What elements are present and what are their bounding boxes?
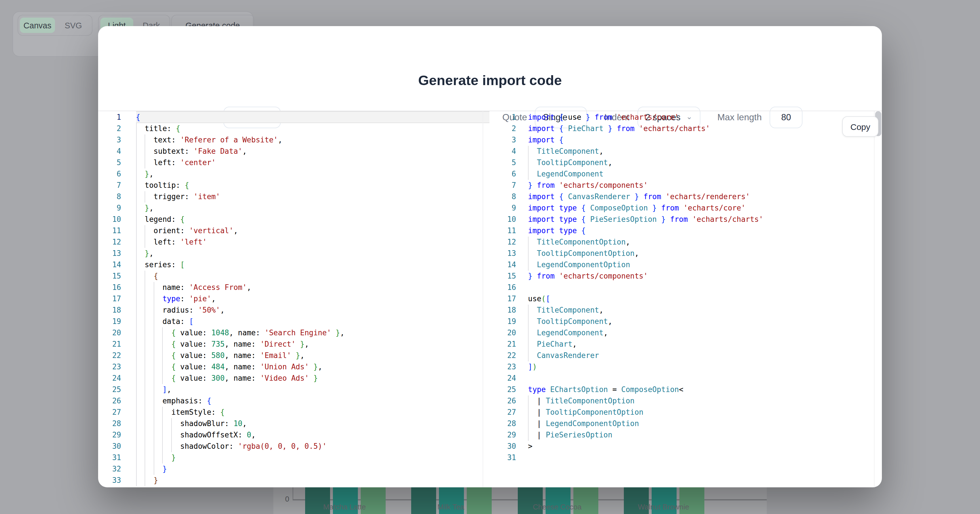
code-line: 17 type: 'pie', <box>98 293 490 305</box>
code-line: 10 legend: { <box>98 214 490 225</box>
code-line: 25type EChartsOption = ComposeOption< <box>503 384 873 395</box>
renderer-tab-group: Canvas SVG <box>17 15 92 36</box>
code-line: 18 radius: '50%', <box>98 305 490 316</box>
code-line: 7} from 'echarts/components' <box>503 180 873 191</box>
code-line: 13 TooltipComponentOption, <box>503 248 873 259</box>
tab-canvas[interactable]: Canvas <box>20 18 55 33</box>
option-code-editor[interactable]: 1{2 title: {3 text: 'Referer of a Websit… <box>98 112 490 487</box>
code-line: 27 | TooltipComponentOption <box>503 407 873 418</box>
code-line: 30> <box>503 441 873 452</box>
code-line: 4 subtext: 'Fake Data', <box>98 146 490 157</box>
code-line: 2 title: { <box>98 123 490 134</box>
code-line: 15 { <box>98 271 490 282</box>
code-line: 21 { value: 735, name: 'Direct' }, <box>98 339 490 350</box>
code-line: 33 } <box>98 475 490 486</box>
code-line: 17use([ <box>503 293 873 305</box>
code-line: 23 { value: 484, name: 'Union Ads' }, <box>98 361 490 373</box>
code-line: 13 }, <box>98 248 490 259</box>
code-line: 22 { value: 580, name: 'Email' }, <box>98 350 490 361</box>
x-axis-category-label: Matcha Latte <box>288 503 401 511</box>
tab-svg[interactable]: SVG <box>55 18 92 33</box>
code-line: 16 name: 'Access From', <box>98 282 490 293</box>
code-line: 10import type { PieSeriesOption } from '… <box>503 214 873 225</box>
code-line: 29 | PieSeriesOption <box>503 430 873 441</box>
x-axis-category-label: Milk Tea <box>394 503 508 511</box>
code-line: 3 text: 'Referer of a Website', <box>98 134 490 146</box>
code-line: 9import type { ComposeOption } from 'ech… <box>503 202 873 214</box>
code-line: 24 <box>503 373 873 384</box>
code-line: 8 trigger: 'item' <box>98 191 490 202</box>
import-code-editor[interactable]: 1import { use } from 'echarts/core'2impo… <box>503 112 873 487</box>
code-line: 5 left: 'center' <box>98 157 490 169</box>
code-line: 21 PieChart, <box>503 339 873 350</box>
code-line: 19 data: [ <box>98 316 490 327</box>
code-line: 20 { value: 1048, name: 'Search Engine' … <box>98 327 490 339</box>
code-line: 25 ], <box>98 384 490 395</box>
code-line: 26 emphasis: { <box>98 395 490 407</box>
code-line: 2import { PieChart } from 'echarts/chart… <box>503 123 873 134</box>
code-line: 19 TooltipComponent, <box>503 316 873 327</box>
x-axis-category-label: Cheese Cocoa <box>501 503 614 511</box>
code-line: 26 | TitleComponentOption <box>503 395 873 407</box>
screen: Canvas SVG Light Dark Generate code 0 Ma… <box>0 0 980 514</box>
code-line: 14 series: [ <box>98 259 490 271</box>
code-line: 32 } <box>98 463 490 475</box>
code-line: 28 shadowBlur: 10, <box>98 418 490 430</box>
code-line: 6 LegendComponent <box>503 169 873 180</box>
dialog-title: Generate import code <box>98 73 882 89</box>
code-line: 11 orient: 'vertical', <box>98 225 490 237</box>
code-line: 31 <box>503 452 873 463</box>
code-line: 6 }, <box>98 169 490 180</box>
code-line: 9 }, <box>98 202 490 214</box>
code-line: 24 { value: 300, name: 'Video Ads' } <box>98 373 490 384</box>
code-line: 5 TooltipComponent, <box>503 157 873 169</box>
code-line: 1import { use } from 'echarts/core' <box>503 112 873 123</box>
code-line: 7 tooltip: { <box>98 180 490 191</box>
code-line: 16 <box>503 282 873 293</box>
code-line: 29 shadowOffsetX: 0, <box>98 430 490 441</box>
code-line: 18 TitleComponent, <box>503 305 873 316</box>
code-line: 30 shadowColor: 'rgba(0, 0, 0, 0.5)' <box>98 441 490 452</box>
code-line: 12 left: 'left' <box>98 237 490 248</box>
code-line: 14 LegendComponentOption <box>503 259 873 271</box>
code-line: 12 TitleComponentOption, <box>503 237 873 248</box>
code-line: 28 | LegendComponentOption <box>503 418 873 430</box>
code-line: 23]) <box>503 361 873 373</box>
code-line: 3import { <box>503 134 873 146</box>
code-line: 1{ <box>98 112 490 123</box>
copy-button[interactable]: Copy <box>842 116 878 137</box>
code-line: 11import type { <box>503 225 873 237</box>
code-line: 15} from 'echarts/components' <box>503 271 873 282</box>
code-line: 22 CanvasRenderer <box>503 350 873 361</box>
code-line: 27 itemStyle: { <box>98 407 490 418</box>
code-line: 20 LegendComponent, <box>503 327 873 339</box>
code-line: 8import { CanvasRenderer } from 'echarts… <box>503 191 873 202</box>
code-line: 31 } <box>98 452 490 463</box>
x-axis-category-label: Walnut Brownie <box>607 503 720 511</box>
right-editor-scrollbar-track <box>873 111 874 487</box>
code-line: 4 TitleComponent, <box>503 146 873 157</box>
